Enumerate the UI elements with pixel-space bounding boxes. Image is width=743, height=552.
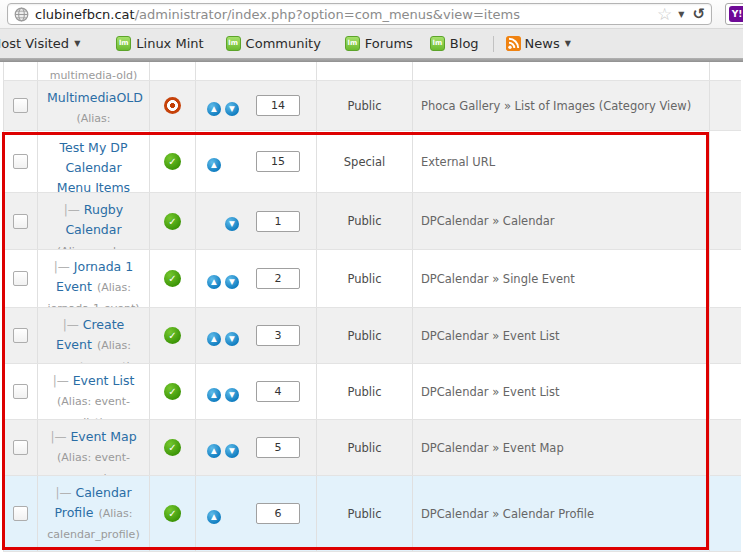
move-up-icon[interactable]: ▲ (207, 158, 221, 172)
bookmark-news[interactable]: News ▼ (506, 36, 571, 51)
browser-window: clubinefbcn.cat/administrator/index.php?… (0, 0, 743, 552)
move-down-icon[interactable]: ▼ (225, 275, 239, 289)
yahoo-icon: Y! (729, 6, 743, 22)
most-visited-button[interactable]: Most Visited ▼ (0, 36, 80, 51)
unpublished-icon[interactable] (164, 97, 181, 114)
yahoo-extension-button[interactable]: Y! (725, 3, 743, 25)
move-up-icon[interactable]: ▲ (207, 510, 221, 524)
menu-type: DPCalendar » Event Map (421, 441, 564, 455)
alias-label: (Alias: multimediaest) (52, 112, 135, 130)
move-up-icon[interactable]: ▲ (207, 332, 221, 346)
menu-type: DPCalendar » Calendar (421, 214, 555, 228)
access-level: Public (347, 272, 381, 286)
published-icon[interactable]: ✓ (164, 327, 181, 344)
ordering-input[interactable] (256, 381, 300, 402)
row-checkbox[interactable] (13, 384, 28, 399)
move-up-icon[interactable]: ▲ (207, 102, 221, 116)
table-row: MultimediaOLD (Alias: multimediaest)▲▼Pu… (3, 81, 741, 131)
row-checkbox[interactable] (13, 214, 28, 229)
move-down-icon[interactable]: ▼ (225, 444, 239, 458)
bookmarks-separator (493, 36, 494, 52)
access-level: Public (347, 441, 381, 455)
move-down-icon[interactable]: ▼ (225, 388, 239, 402)
rss-icon (506, 36, 521, 51)
bookmark-forums[interactable]: lm Forums (345, 36, 413, 51)
tree-indent-icon: |— (50, 430, 66, 444)
move-down-icon[interactable]: ▼ (225, 332, 239, 346)
move-down-icon[interactable]: ▼ (225, 217, 239, 231)
ordering-input[interactable] (256, 95, 300, 116)
published-icon[interactable]: ✓ (164, 505, 181, 522)
menu-type: DPCalendar » Single Event (421, 272, 575, 286)
linux-mint-icon: lm (226, 36, 241, 51)
menu-item-link[interactable]: MultimediaOLD (47, 90, 143, 105)
row-checkbox[interactable] (13, 506, 28, 521)
menu-items-table: multimedia-old)MultimediaOLD (Alias: mul… (3, 62, 741, 552)
alias-label: (Alias: event-list) (57, 395, 130, 419)
menu-type: External URL (421, 155, 495, 169)
ordering-input[interactable] (256, 151, 300, 172)
row-checkbox[interactable] (13, 440, 28, 455)
access-level: Public (347, 329, 381, 343)
table-row: |— Rugby Calendar (Alias: rugby-calendar… (3, 193, 741, 250)
table-row: multimedia-old) (3, 62, 741, 81)
url-dropdown-icon[interactable]: ▼ (678, 10, 684, 19)
access-level: Public (347, 385, 381, 399)
menu-item-link[interactable]: |— Event Map (50, 429, 136, 444)
move-up-icon[interactable]: ▲ (207, 388, 221, 402)
ordering-input[interactable] (256, 268, 300, 289)
published-icon[interactable]: ✓ (164, 213, 181, 230)
menu-item-link[interactable]: |— Event List (53, 373, 135, 388)
chevron-down-icon: ▼ (565, 39, 571, 48)
alias-label: (Alias: event-map) (57, 451, 130, 475)
published-icon[interactable]: ✓ (164, 439, 181, 456)
menu-item-link[interactable]: |— Rugby Calendar (64, 202, 123, 237)
table-row: |— Calendar Profile (Alias: calendar_pro… (3, 476, 741, 552)
row-checkbox[interactable] (13, 328, 28, 343)
row-checkbox[interactable] (13, 271, 28, 286)
table-row: |— Event List (Alias: event-list)✓▲▼Publ… (3, 364, 741, 420)
bookmark-community[interactable]: lm Community (226, 36, 321, 51)
bookmark-blog[interactable]: lm Blog (430, 36, 479, 51)
move-up-icon[interactable]: ▲ (207, 275, 221, 289)
table-row: |— Jornada 1 Event (Alias: jornada-1-eve… (3, 250, 741, 308)
row-checkbox[interactable] (13, 98, 28, 113)
ordering-input[interactable] (256, 503, 300, 524)
most-visited-label: Most Visited (0, 36, 69, 51)
bookmark-star-icon[interactable]: ☆ (657, 6, 672, 23)
move-down-icon[interactable]: ▼ (225, 102, 239, 116)
move-up-icon[interactable]: ▲ (207, 444, 221, 458)
table-row: |— Create Event (Alias: create-event)✓▲▼… (3, 308, 741, 364)
linux-mint-icon: lm (116, 36, 131, 51)
alias-fragment: multimedia-old) (47, 68, 140, 80)
url-path: /administrator/index.php?option=com_menu… (135, 7, 520, 22)
tree-indent-icon: |— (54, 260, 70, 274)
linux-mint-icon: lm (345, 36, 360, 51)
menu-item-link[interactable]: Test My DP Calendar Menu Items (57, 140, 130, 192)
ordering-input[interactable] (256, 211, 300, 232)
published-icon[interactable]: ✓ (164, 383, 181, 400)
reload-icon[interactable]: ↺ (692, 7, 705, 22)
bookmark-linux-mint[interactable]: lm Linux Mint (116, 36, 203, 51)
table-row: |— Event Map (Alias: event-map)✓▲▼Public… (3, 420, 741, 476)
published-icon[interactable]: ✓ (164, 270, 181, 287)
alias-label: (Alias: rugby-calendar) (57, 245, 130, 249)
ordering-input[interactable] (256, 325, 300, 346)
table-row: Test My DP Calendar Menu Items✓▲SpecialE… (3, 131, 741, 193)
menu-type: DPCalendar » Event List (421, 329, 560, 343)
row-checkbox[interactable] (13, 154, 28, 169)
access-level: Special (344, 155, 385, 169)
url-bar[interactable]: clubinefbcn.cat/administrator/index.php?… (7, 3, 712, 25)
tree-indent-icon: |— (53, 374, 69, 388)
bookmarks-bar: Most Visited ▼ lm Linux Mint lm Communit… (0, 29, 743, 58)
menu-type: DPCalendar » Event List (421, 385, 560, 399)
tree-indent-icon: |— (55, 486, 71, 500)
linux-mint-icon: lm (430, 36, 445, 51)
menu-type: Phoca Gallery » List of Images (Category… (421, 99, 691, 113)
ordering-input[interactable] (256, 437, 300, 458)
published-icon[interactable]: ✓ (164, 153, 181, 170)
url-text[interactable]: clubinefbcn.cat/administrator/index.php?… (35, 7, 649, 22)
access-level: Public (347, 99, 381, 113)
globe-icon (14, 7, 29, 22)
menu-type: DPCalendar » Calendar Profile (421, 507, 594, 521)
